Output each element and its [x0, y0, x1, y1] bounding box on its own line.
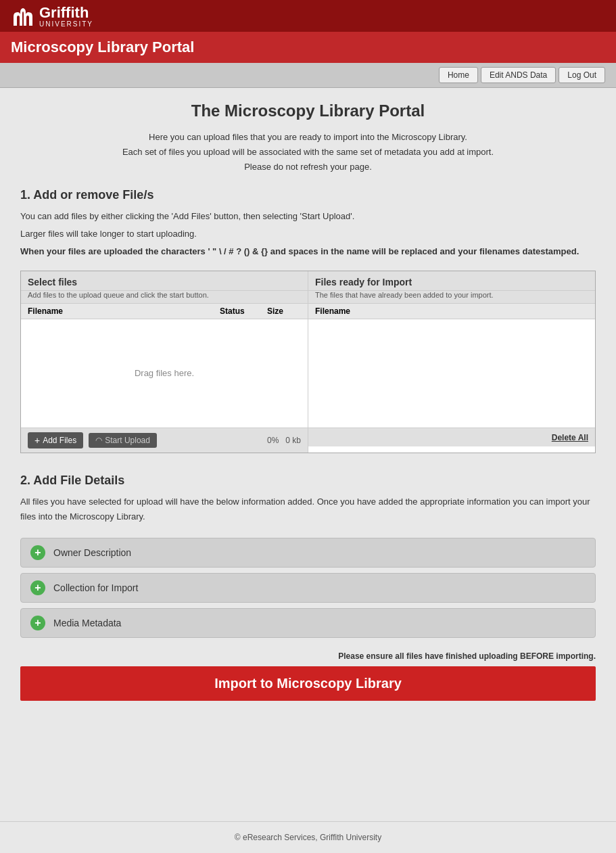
edit-ands-button[interactable]: Edit ANDS Data	[481, 67, 556, 83]
griffith-logo-icon	[11, 7, 35, 27]
col-header-status: Status	[220, 306, 267, 316]
col-header-size: Size	[267, 306, 301, 316]
logo-area: Griffith UNIVERSITY	[11, 5, 93, 28]
upload-footer: + Add Files ◠ Start Upload 0% 0 kb	[21, 428, 308, 453]
files-ready-body	[308, 319, 595, 428]
section2-heading: 2. Add File Details	[20, 474, 596, 488]
intro-text: Here you can upload files that you are r…	[20, 130, 596, 175]
header: Griffith UNIVERSITY Microscopy Library P…	[0, 0, 616, 63]
start-upload-button[interactable]: ◠ Start Upload	[89, 433, 157, 448]
upload-progress: 0% 0 kb	[267, 436, 301, 445]
accordion-media-label: Media Metadata	[53, 618, 121, 628]
accordion-collection-label: Collection for Import	[53, 582, 138, 593]
upload-left: Select files Add files to the upload que…	[21, 271, 308, 453]
logo-name: Griffith	[39, 5, 93, 20]
upload-section-title: Select files	[21, 271, 308, 291]
section1-desc3: When your files are uploaded the charact…	[20, 244, 596, 259]
main-content: The Microscopy Library Portal Here you c…	[0, 88, 616, 821]
intro-line3: Please do not refresh your page.	[20, 160, 596, 175]
section1-desc1: You can add files by either clicking the…	[20, 209, 596, 224]
upload-drop-zone[interactable]: Drag files here.	[21, 319, 308, 428]
footer: © eResearch Services, Griffith Universit…	[0, 821, 616, 853]
upload-right: Files ready for Import The files that ha…	[308, 271, 595, 453]
intro-line1: Here you can upload files that you are r…	[20, 130, 596, 145]
files-ready-title: Files ready for Import	[308, 271, 595, 291]
col-header-filename: Filename	[28, 306, 220, 316]
start-upload-label: Start Upload	[105, 436, 150, 445]
header-top: Griffith UNIVERSITY	[0, 0, 616, 32]
header-title-bar: Microscopy Library Portal	[0, 32, 616, 63]
section1-desc2: Larger files will take longer to start u…	[20, 227, 596, 241]
section1-heading: 1. Add or remove File/s	[20, 188, 596, 202]
delete-all-button[interactable]: Delete All	[552, 433, 588, 442]
progress-size: 0 kb	[285, 436, 301, 445]
files-ready-col-headers: Filename	[308, 304, 595, 319]
page-title: The Microscopy Library Portal	[20, 101, 596, 120]
section2-desc: All files you have selected for upload w…	[20, 494, 596, 524]
accordion-collection[interactable]: + Collection for Import	[20, 573, 596, 603]
upload-section-subtitle: Add files to the upload queue and click …	[21, 291, 308, 304]
logo-university: UNIVERSITY	[39, 20, 93, 28]
accordion-owner-label: Owner Description	[53, 547, 131, 558]
plus-icon: +	[34, 435, 40, 446]
upload-container: Select files Add files to the upload que…	[20, 271, 596, 453]
logo-griffith: Griffith UNIVERSITY	[11, 5, 93, 28]
accordion-media[interactable]: + Media Metadata	[20, 608, 596, 638]
import-notice: Please ensure all files have finished up…	[20, 651, 596, 661]
logout-button[interactable]: Log Out	[559, 67, 605, 83]
add-files-label: Add Files	[43, 436, 76, 445]
files-ready-subtitle: The files that have already been added t…	[308, 291, 595, 304]
home-button[interactable]: Home	[439, 67, 478, 83]
progress-percent: 0%	[267, 436, 279, 445]
add-files-button[interactable]: + Add Files	[28, 432, 83, 448]
accordion-plus-icon-owner: +	[30, 545, 45, 560]
import-button[interactable]: Import to Microscopy Library	[20, 666, 596, 701]
upload-col-headers: Filename Status Size	[21, 304, 308, 319]
accordion-plus-icon-media: +	[30, 616, 45, 630]
footer-text: © eResearch Services, Griffith Universit…	[235, 833, 381, 842]
header-title: Microscopy Library Portal	[11, 39, 605, 56]
files-ready-footer: Delete All	[308, 428, 595, 446]
intro-line2: Each set of files you upload will be ass…	[20, 145, 596, 160]
accordion-plus-icon-collection: +	[30, 580, 45, 595]
logo-griffith-text: Griffith UNIVERSITY	[39, 5, 93, 28]
accordion-owner[interactable]: + Owner Description	[20, 538, 596, 568]
nav-bar: Home Edit ANDS Data Log Out	[0, 63, 616, 88]
spinner-icon: ◠	[95, 436, 102, 445]
